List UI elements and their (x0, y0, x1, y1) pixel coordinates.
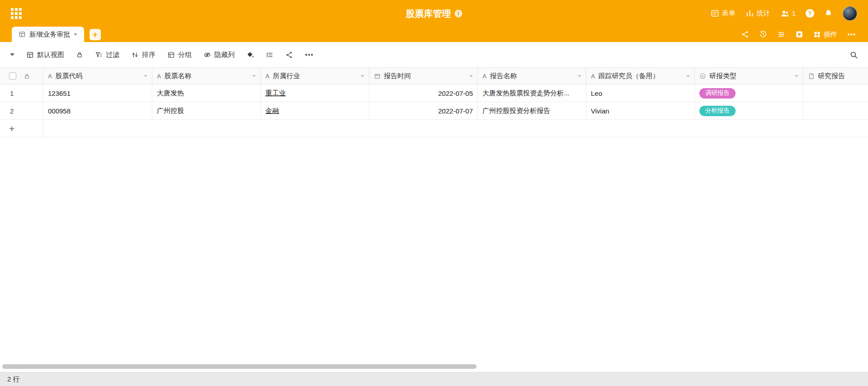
chevron-down-icon[interactable] (578, 75, 581, 77)
people-icon (780, 9, 789, 18)
chevron-down-icon[interactable] (252, 75, 256, 77)
chevron-down-icon[interactable] (795, 75, 798, 77)
column-label: 研究报告 (818, 72, 845, 80)
cell-industry[interactable]: 金融 (261, 102, 369, 119)
cell-report-date[interactable]: 2022-07-05 (369, 85, 478, 102)
form-icon (711, 9, 719, 18)
chevron-down-icon[interactable] (144, 75, 147, 77)
file-icon (808, 73, 815, 80)
toolbar-more-button[interactable]: ⋯ (305, 51, 314, 59)
cell-industry[interactable]: 重工业 (261, 85, 369, 102)
apps-grid-icon[interactable] (11, 8, 22, 19)
column-label: 所属行业 (273, 72, 300, 80)
cell-researcher[interactable]: Leo (586, 85, 695, 102)
color-fill-icon[interactable] (246, 51, 254, 59)
column-header-report-type[interactable]: 研报类型 (695, 68, 803, 84)
single-select-icon (699, 73, 706, 80)
topbar-actions: 表单 统计 1 ? (711, 6, 857, 21)
page-title-wrap: 股票库管理 i (406, 7, 462, 19)
add-row-button[interactable]: + (0, 120, 868, 137)
column-header-researcher[interactable]: A 跟踪研究员（备用） (586, 68, 695, 84)
eye-slash-icon (203, 51, 211, 59)
chevron-down-icon[interactable] (686, 75, 690, 77)
data-grid: A 股票代码 A 股票名称 A 所属行业 报告时间 (0, 67, 868, 137)
column-header-stock-code[interactable]: A 股票代码 (43, 68, 152, 84)
collaborator-count: 1 (792, 9, 796, 17)
sort-button[interactable]: 排序 (131, 51, 156, 59)
cell-research-report[interactable] (803, 102, 868, 119)
status-bar: 2 行 (0, 372, 868, 386)
horizontal-scrollbar[interactable] (2, 364, 868, 369)
more-options-button[interactable]: ⋯ (847, 30, 856, 39)
column-header-stock-name[interactable]: A 股票名称 (152, 68, 261, 84)
help-icon[interactable]: ? (806, 9, 814, 18)
column-header-report-date[interactable]: 报告时间 (369, 68, 478, 84)
table-row[interactable]: 2 000958 广州控股 金融 2022-07-07 广州控股投资分析报告 V… (0, 102, 868, 120)
text-column-icon: A (265, 73, 269, 80)
top-header-bar: 股票库管理 i 表单 统计 1 ? (0, 0, 868, 27)
grid-view-icon (26, 51, 34, 59)
text-column-icon: A (157, 73, 161, 80)
search-icon[interactable] (849, 51, 858, 59)
column-header-research-report[interactable]: 研究报告 (803, 68, 868, 84)
collapse-views-caret[interactable] (10, 53, 14, 56)
column-label: 跟踪研究员（备用） (598, 72, 659, 80)
table-icon (19, 31, 26, 38)
sort-arrows-icon (131, 51, 139, 59)
collaborators-button[interactable]: 1 (780, 9, 796, 18)
column-label: 股票代码 (55, 72, 82, 80)
row-height-icon[interactable] (266, 51, 274, 59)
bar-chart-icon (745, 9, 754, 18)
form-button[interactable]: 表单 (711, 9, 736, 18)
lock-icon[interactable] (76, 51, 83, 58)
settings-sliders-icon[interactable] (777, 30, 785, 38)
cell-report-type[interactable]: 调研报告 (695, 85, 803, 102)
table-row[interactable]: 1 123651 大唐发热 重工业 2022-07-05 大唐发热股票投资走势分… (0, 85, 868, 102)
cell-report-name[interactable]: 广州控股投资分析报告 (478, 102, 586, 119)
group-label: 分组 (178, 51, 192, 59)
column-header-industry[interactable]: A 所属行业 (261, 68, 369, 84)
select-tag: 调研报告 (699, 88, 736, 99)
cell-stock-name[interactable]: 广州控股 (152, 102, 261, 119)
column-header-report-name[interactable]: A 报告名称 (478, 68, 586, 84)
tab-active-table[interactable]: 新增业务审批 (12, 27, 84, 42)
add-row-cell[interactable]: + (0, 120, 43, 137)
scrollbar-thumb[interactable] (2, 364, 476, 369)
external-app-icon[interactable] (795, 30, 803, 38)
share-icon[interactable] (741, 30, 749, 38)
plugins-button[interactable]: 插件 (813, 30, 837, 39)
table-tab-bar: 新增业务审批 + 插件 ⋯ (0, 27, 868, 42)
cell-report-name[interactable]: 大唐发热股票投资走势分析... (478, 85, 586, 102)
row-number: 1 (0, 85, 43, 102)
text-column-icon: A (482, 73, 486, 80)
plugin-icon (813, 31, 821, 38)
avatar[interactable] (843, 6, 857, 21)
cell-report-type[interactable]: 分析报告 (695, 102, 803, 119)
view-selector[interactable]: 默认视图 (26, 51, 64, 59)
share-view-icon[interactable] (285, 51, 293, 59)
cell-stock-code[interactable]: 123651 (43, 85, 152, 102)
hide-columns-button[interactable]: 隐藏列 (203, 51, 235, 59)
view-name: 默认视图 (37, 51, 64, 59)
chevron-down-icon[interactable] (74, 33, 77, 36)
statistics-button[interactable]: 统计 (745, 9, 770, 18)
tab-label: 新增业务审批 (29, 30, 70, 39)
chevron-down-icon[interactable] (469, 75, 473, 77)
select-all-checkbox[interactable] (9, 72, 16, 80)
info-icon[interactable]: i (455, 9, 462, 17)
history-icon[interactable] (759, 30, 767, 38)
filter-button[interactable]: 过滤 (95, 51, 119, 59)
cell-researcher[interactable]: Vivian (586, 102, 695, 119)
group-button[interactable]: 分组 (167, 51, 192, 59)
text-column-icon: A (591, 73, 595, 80)
chevron-down-icon[interactable] (361, 75, 364, 77)
add-table-button[interactable]: + (90, 29, 101, 40)
sort-label: 排序 (142, 51, 156, 59)
cell-research-report[interactable] (803, 85, 868, 102)
cell-report-date[interactable]: 2022-07-07 (369, 102, 478, 119)
lock-icon (24, 73, 30, 80)
cell-stock-name[interactable]: 大唐发热 (152, 85, 261, 102)
row-count: 2 行 (7, 375, 20, 384)
cell-stock-code[interactable]: 000958 (43, 102, 152, 119)
bell-icon[interactable] (824, 9, 833, 18)
